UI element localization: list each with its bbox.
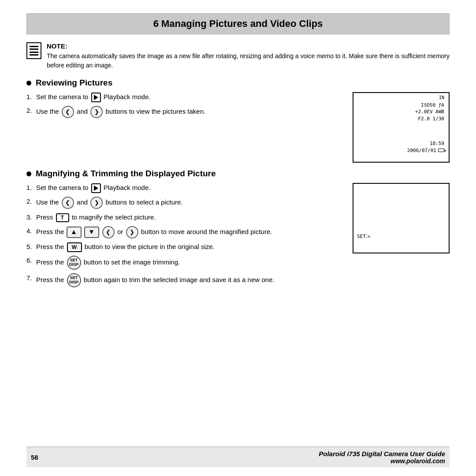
- step-1-2: 2. Use the ❮ and ❯ buttons to view the p…: [26, 106, 345, 118]
- note-section: NOTE: The camera automatically saves the…: [26, 42, 450, 70]
- step-content: Press T to magnify the select picture.: [36, 212, 345, 223]
- arrow-down-icon: ▼: [84, 227, 99, 238]
- ev-value: +2.0EV AWB: [415, 108, 444, 115]
- step-content: Use the ❮ and ❯ buttons to view the pict…: [36, 106, 345, 118]
- step-content: Press the ▲ ▼ ❮ or ❯ button to move arou…: [36, 226, 345, 238]
- page: 6 Managing Pictures and Video Clips NOTE…: [0, 0, 476, 476]
- camera-preview-1: IN ISO50 ƒA +2.0EV AWB F2.8 1/30 18:59 2…: [353, 92, 450, 163]
- footer-branding: Polaroid i735 Digital Camera User Guide …: [319, 450, 445, 465]
- t-button-icon: T: [56, 213, 69, 222]
- step-num: 7.: [26, 273, 36, 283]
- bullet-icon-2: [26, 171, 31, 176]
- preview-datetime: 18:59 2006/07/01: [407, 140, 444, 154]
- play-triangle-icon-2: [94, 186, 98, 191]
- playback-icon-2: [91, 183, 101, 193]
- step-num: 3.: [26, 212, 36, 223]
- footer: 58 Polaroid i735 Digital Camera User Gui…: [26, 446, 450, 467]
- note-line-4: [30, 54, 38, 56]
- camera-preview-2: SET⁚<: [353, 183, 450, 253]
- section2-steps: 1. Set the camera to Playback mode. 2. U…: [26, 183, 345, 291]
- step-content: Press the SETDISP button to set the imag…: [36, 256, 345, 270]
- fstop-value: F2.8 1/30: [415, 115, 444, 122]
- step-2-1: 1. Set the camera to Playback mode.: [26, 183, 345, 193]
- step-content: Set the camera to Playback mode.: [36, 92, 345, 102]
- step-num: 2.: [26, 197, 36, 207]
- step-content: Use the ❮ and ❯ buttons to select a pict…: [36, 197, 345, 209]
- iso-value: ISO50 ƒA: [415, 102, 444, 108]
- preview-camera-info: ISO50 ƒA +2.0EV AWB F2.8 1/30: [415, 102, 444, 122]
- step-2-2: 2. Use the ❮ and ❯ buttons to select a p…: [26, 197, 345, 209]
- play-triangle-icon: [94, 95, 98, 100]
- step-num: 4.: [26, 226, 36, 236]
- preview-date-row: 2006/07/01: [407, 147, 444, 154]
- footer-title: Polaroid i735 Digital Camera User Guide: [319, 450, 445, 457]
- set-button-icon: SETDISP: [67, 256, 81, 270]
- step-2-6: 6. Press the SETDISP button to set the i…: [26, 256, 345, 270]
- scroll-right-icon: ❯: [90, 106, 103, 118]
- steps-list-1: 1. Set the camera to Playback mode. 2. U…: [26, 92, 345, 118]
- page-title: 6 Managing Pictures and Video Clips: [26, 13, 450, 34]
- bullet-icon: [26, 81, 31, 86]
- section2-content: 1. Set the camera to Playback mode. 2. U…: [26, 183, 450, 291]
- step-2-4: 4. Press the ▲ ▼ ❮ or ❯ button to move a…: [26, 226, 345, 238]
- section-magnifying: Magnifying & Trimming the Displayed Pict…: [26, 169, 450, 291]
- set-button-icon-2: SETDISP: [67, 273, 81, 287]
- w-button-icon: W: [67, 242, 82, 252]
- section1-content: 1. Set the camera to Playback mode. 2. U…: [26, 92, 450, 163]
- section1-steps: 1. Set the camera to Playback mode. 2. U…: [26, 92, 345, 122]
- note-text: The camera automatically saves the image…: [47, 52, 450, 70]
- step-2-3: 3. Press T to magnify the select picture…: [26, 212, 345, 223]
- scroll-left-icon-2: ❮: [62, 197, 74, 209]
- step-num: 1.: [26, 92, 36, 102]
- scroll-right-icon-3: ❯: [126, 226, 138, 238]
- section1-title: Reviewing Pictures: [26, 78, 450, 88]
- note-content: NOTE: The camera automatically saves the…: [47, 42, 450, 70]
- step-2-7: 7. Press the SETDISP button again to tri…: [26, 273, 345, 287]
- step-2-5: 5. Press the W button to view the pictur…: [26, 242, 345, 252]
- section2-preview: SET⁚<: [353, 183, 450, 253]
- battery-icon: [438, 149, 444, 152]
- step-content: Set the camera to Playback mode.: [36, 183, 345, 193]
- section-reviewing-pictures: Reviewing Pictures 1. Set the camera to …: [26, 78, 450, 163]
- section2-title: Magnifying & Trimming the Displayed Pict…: [26, 169, 450, 178]
- footer-url: www.polaroid.com: [319, 457, 445, 465]
- note-label: NOTE:: [47, 42, 450, 50]
- preview-time: 18:59: [407, 140, 444, 147]
- step-num: 1.: [26, 183, 36, 193]
- step-num: 5.: [26, 242, 36, 252]
- footer-page-number: 58: [31, 454, 38, 461]
- preview2-label: SET⁚<: [357, 234, 371, 239]
- scroll-left-icon-3: ❮: [102, 226, 115, 238]
- note-line-3: [30, 52, 38, 53]
- step-num: 6.: [26, 256, 36, 266]
- section1-preview: IN ISO50 ƒA +2.0EV AWB F2.8 1/30 18:59 2…: [353, 92, 450, 163]
- step-content: Press the W button to view the picture i…: [36, 242, 345, 252]
- note-line-2: [30, 48, 38, 50]
- scroll-right-icon-2: ❯: [90, 197, 103, 209]
- note-line-1: [30, 46, 38, 47]
- steps-list-2: 1. Set the camera to Playback mode. 2. U…: [26, 183, 345, 287]
- arrow-up-icon: ▲: [67, 227, 82, 238]
- note-icon: [26, 42, 41, 59]
- playback-icon: [91, 93, 101, 102]
- step-num: 2.: [26, 106, 36, 116]
- preview-in-label: IN: [439, 95, 444, 100]
- step-1-1: 1. Set the camera to Playback mode.: [26, 92, 345, 102]
- step-content: Press the SETDISP button again to trim t…: [36, 273, 345, 287]
- scroll-left-icon: ❮: [62, 106, 74, 118]
